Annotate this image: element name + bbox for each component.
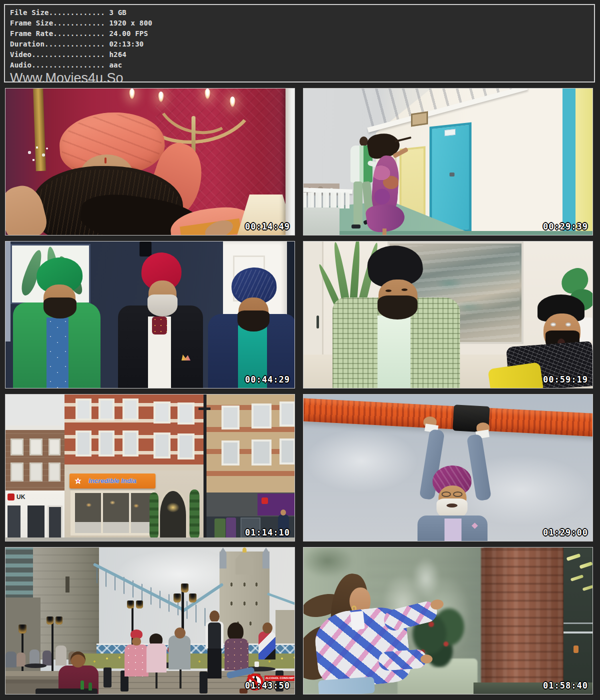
screenshot-tile-1: 00:14:49 [5, 88, 295, 236]
window [178, 402, 194, 424]
window [280, 438, 295, 464]
door-latch [450, 172, 454, 176]
wheelie-bin-purple [226, 518, 236, 538]
walkway-edge [304, 231, 593, 236]
street-lamp-lantern [136, 600, 143, 608]
hut-door-cyan-far [562, 88, 576, 236]
street-lamp-lantern [174, 594, 181, 602]
white-inner-top [350, 611, 365, 630]
screenshot-tile-7: ALCOHOL CONSUMPTION IS INJURIOUS 01:43:5… [5, 547, 295, 694]
door-handle [316, 316, 319, 328]
man-red-white-beard [148, 294, 178, 316]
grimace-beard [378, 296, 418, 320]
glasses [442, 492, 451, 497]
window [30, 438, 42, 456]
topiary-spiral [190, 490, 200, 540]
shop-glass-mullions [73, 493, 152, 533]
window [154, 432, 170, 458]
cafe-woman-top [146, 644, 166, 672]
window [76, 398, 92, 420]
movie-preview-sheet: { "page": { "background": "#232323" }, "… [0, 0, 600, 700]
shop-entry [8, 506, 20, 538]
cardigan-arm-lower [378, 649, 427, 672]
eye-wide [550, 322, 556, 326]
left-shop-logo [8, 494, 14, 500]
gold-finial [242, 548, 246, 552]
candle-flame [230, 96, 236, 108]
site-watermark: Www.Movies4u.So [10, 70, 594, 82]
cafe-chair [200, 672, 208, 694]
timestamp: 00:59:19 [543, 374, 588, 384]
red-flower [428, 622, 434, 627]
pavement [6, 538, 295, 542]
bottle-neck-glyph [254, 676, 256, 679]
street-lamp [52, 622, 54, 678]
window [252, 440, 272, 466]
candle-flame [158, 92, 164, 102]
info-line: Video................. h264 [10, 50, 594, 60]
intercom [140, 242, 152, 256]
cafe-table [24, 664, 46, 668]
window [222, 406, 240, 430]
lamp-post [204, 394, 206, 542]
timestamp: 01:29:00 [543, 528, 588, 538]
colorful-shirt-man [258, 632, 276, 660]
timestamp: 00:44:29 [245, 374, 290, 384]
street-lamp-lantern [181, 584, 188, 592]
man-navy-beard [238, 310, 270, 332]
brick-pillar [481, 548, 564, 694]
restaurant-sign-text: Incredible India [70, 474, 156, 488]
cafe-person [42, 650, 52, 666]
screenshot-tile-6: 01:29:00 [303, 394, 593, 542]
info-line: File Size............. 3 GB [10, 8, 594, 18]
street-lamp-lantern [56, 616, 62, 624]
person-in-window [574, 646, 578, 653]
cafe-person [6, 652, 16, 668]
eye [402, 288, 408, 291]
candle-flame [204, 88, 210, 100]
info-line: Audio................. aac [10, 60, 594, 70]
stone-tower-left [33, 548, 99, 660]
left-building-parapet [6, 426, 64, 430]
hoodie-man-head [174, 628, 186, 638]
screenshot-tile-3: 00:44:29 [5, 241, 295, 388]
window [48, 438, 60, 456]
hut-door-blue [430, 122, 472, 236]
red-turban-face [132, 638, 141, 646]
dark-window [564, 548, 593, 694]
cafe-chair [104, 668, 112, 688]
hand [420, 654, 432, 664]
window [122, 398, 138, 420]
window [252, 404, 272, 428]
street-lamp-lantern [18, 624, 26, 634]
arrow-slit [66, 576, 70, 592]
screenshot-tile-2: 00:29:39 [303, 88, 593, 236]
dancer-man-shoe [352, 224, 360, 228]
window [10, 438, 24, 456]
window-railing [564, 622, 593, 624]
timestamp: 00:14:49 [245, 222, 290, 232]
coffee-cup [254, 662, 259, 667]
table-leg [180, 668, 182, 688]
waiter-vest [208, 622, 221, 650]
dancer-man-leg [354, 182, 362, 226]
candle-flame [129, 88, 135, 100]
arch-doorway [158, 488, 188, 542]
window [122, 430, 138, 456]
window [10, 462, 24, 482]
timestamp: 01:58:40 [543, 680, 588, 690]
window [48, 462, 60, 482]
screenshot-grid: 00:14:49 00:29:39 [5, 88, 595, 694]
mint-shirt [378, 316, 410, 388]
info-line: Frame Rate............ 24.00 FPS [10, 28, 594, 39]
man-green-beard [44, 298, 76, 318]
window [98, 398, 114, 420]
hut-wall-yellow-far [576, 88, 593, 236]
window [280, 402, 295, 426]
green-bottle [80, 680, 84, 690]
street-lamp-lantern [127, 600, 134, 608]
waiter-trousers [208, 648, 222, 678]
green-bottle [88, 682, 92, 690]
foreground-man-head [70, 652, 86, 668]
window-railing [564, 632, 593, 634]
